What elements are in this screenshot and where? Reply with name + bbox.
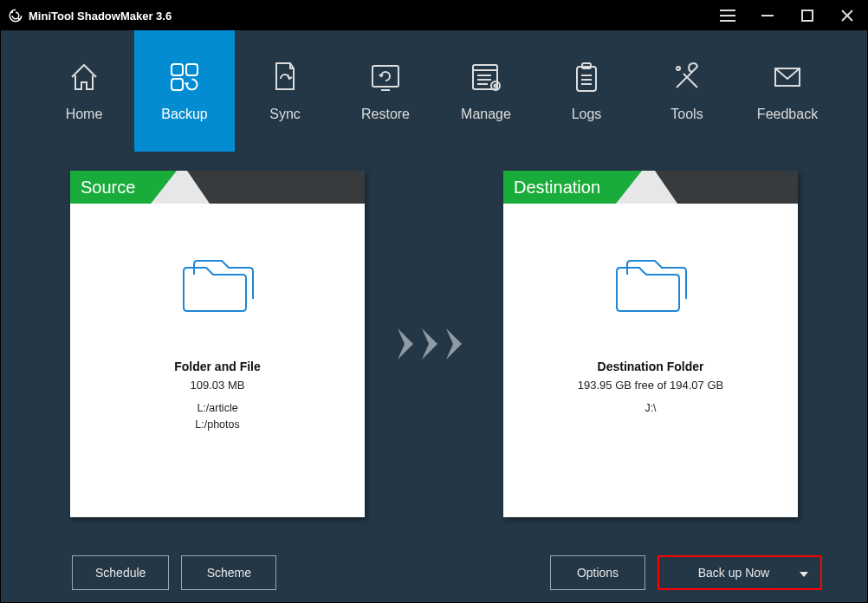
source-card[interactable]: Source Folder and File 109.03 MB L:/arti…	[70, 171, 365, 517]
destination-card-header: Destination	[503, 171, 798, 204]
main-content: Source Folder and File 109.03 MB L:/arti…	[1, 152, 867, 602]
nav-label: Backup	[161, 107, 207, 122]
titlebar: MiniTool ShadowMaker 3.6	[1, 1, 867, 30]
svg-marker-30	[446, 328, 462, 360]
svg-rect-4	[802, 10, 813, 21]
source-header-label: Source	[70, 171, 151, 204]
nav-logs[interactable]: Logs	[536, 30, 637, 152]
nav-label: Logs	[572, 107, 602, 122]
svg-rect-9	[172, 79, 183, 90]
nav-label: Manage	[461, 107, 511, 122]
nav-manage[interactable]: Manage	[436, 30, 536, 152]
options-button[interactable]: Options	[550, 555, 645, 590]
folder-icon	[178, 256, 256, 316]
svg-rect-10	[372, 66, 398, 87]
svg-line-25	[683, 74, 697, 88]
backup-now-button[interactable]: Back up Now	[657, 555, 822, 590]
maximize-button[interactable]	[787, 1, 827, 30]
destination-card-body: Destination Folder 193.95 GB free of 194…	[503, 204, 798, 517]
minimize-button[interactable]	[748, 1, 787, 30]
backup-icon	[167, 60, 202, 94]
source-card-header: Source	[70, 171, 365, 204]
destination-header-label: Destination	[503, 171, 616, 204]
nav-label: Restore	[361, 107, 410, 122]
tools-icon	[670, 60, 704, 94]
nav-restore[interactable]: Restore	[335, 30, 436, 152]
schedule-button[interactable]: Schedule	[72, 555, 169, 590]
scheme-button[interactable]: Scheme	[181, 555, 276, 590]
source-path-1: L:/article	[197, 400, 237, 417]
svg-marker-28	[398, 328, 413, 360]
main-nav: Home Backup Sync Restore Manage	[1, 30, 867, 152]
nav-backup[interactable]: Backup	[134, 30, 235, 152]
manage-icon	[469, 60, 503, 94]
footer-bar: Schedule Scheme Options Back up Now	[72, 555, 822, 590]
backup-now-label: Back up Now	[698, 566, 769, 580]
nav-sync[interactable]: Sync	[235, 30, 335, 152]
folder-icon	[612, 256, 690, 316]
backup-pair: Source Folder and File 109.03 MB L:/arti…	[70, 171, 798, 517]
app-title: MiniTool ShadowMaker 3.6	[29, 10, 172, 23]
sync-icon	[268, 60, 302, 94]
source-title: Folder and File	[174, 360, 261, 373]
destination-card[interactable]: Destination Destination Folder 193.95 GB…	[503, 171, 798, 517]
svg-point-26	[677, 67, 680, 70]
nav-label: Feedback	[757, 107, 818, 122]
destination-path: J:\	[645, 400, 656, 417]
destination-title: Destination Folder	[598, 360, 704, 373]
feedback-icon	[770, 60, 805, 94]
nav-label: Home	[66, 107, 103, 122]
svg-marker-29	[422, 328, 437, 360]
svg-point-18	[495, 85, 497, 88]
restore-icon	[368, 60, 403, 94]
svg-rect-7	[172, 64, 183, 75]
close-button[interactable]	[827, 1, 867, 30]
app-window: MiniTool ShadowMaker 3.6 Home Backup	[0, 0, 868, 603]
nav-label: Tools	[670, 107, 703, 122]
source-card-body: Folder and File 109.03 MB L:/article L:/…	[70, 204, 365, 517]
nav-tools[interactable]: Tools	[637, 30, 737, 152]
nav-label: Sync	[269, 107, 301, 122]
logs-icon	[569, 60, 604, 94]
destination-free: 193.95 GB free of 194.07 GB	[578, 379, 723, 392]
app-logo-icon	[8, 8, 23, 23]
transfer-arrows-icon	[391, 327, 477, 361]
menu-button[interactable]	[708, 1, 748, 30]
svg-marker-31	[800, 572, 808, 577]
source-path-2: L:/photos	[195, 417, 239, 433]
svg-rect-8	[186, 64, 198, 75]
source-size: 109.03 MB	[191, 379, 245, 392]
caret-down-icon	[800, 566, 808, 580]
nav-feedback[interactable]: Feedback	[737, 30, 838, 152]
home-icon	[67, 60, 101, 94]
nav-home[interactable]: Home	[34, 30, 134, 152]
